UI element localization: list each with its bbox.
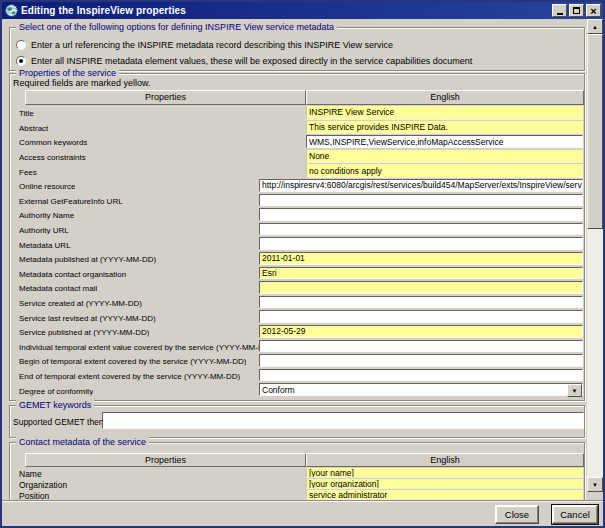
radio-button-icon[interactable] xyxy=(16,56,26,66)
property-label: End of temporal extent covered by the se… xyxy=(19,372,240,381)
property-value-field[interactable]: Esri xyxy=(259,267,583,280)
property-label: Individual temporal extent value covered… xyxy=(19,342,263,351)
column-header-english: English xyxy=(306,90,584,105)
contact-group-title: Contact metadata of the service xyxy=(16,437,149,448)
row-fees: Fees no conditions apply ▼ xyxy=(11,164,583,179)
vertical-scrollbar[interactable]: ▲ ▼ xyxy=(587,19,603,492)
maximize-icon[interactable] xyxy=(569,4,584,17)
gemet-row: Supported GEMET themes xyxy=(10,406,584,437)
column-header-english: English xyxy=(306,453,584,467)
row-degree-of-conformity: Degree of conformity Conform ▼ xyxy=(11,383,583,398)
property-label: Degree of conformity xyxy=(19,386,93,395)
contact-group: Contact metadata of the service Properti… xyxy=(9,442,585,500)
editing-inspireview-properties-dialog: Editing the InspireView properties × Sel… xyxy=(0,0,605,528)
column-header-properties: Properties xyxy=(25,90,306,105)
radio-option-enter-all-values[interactable]: Enter all INSPIRE metadata element value… xyxy=(16,54,580,68)
row-metadata-url: Metadata URL ▼ xyxy=(11,237,583,252)
row-abstract: Abstract This service provides INSPIRE D… xyxy=(11,121,583,136)
property-label: Title xyxy=(19,109,34,118)
scroll-down-icon[interactable]: ▼ xyxy=(587,477,603,492)
radio-option-label: Enter a url referencing the INSPIRE meta… xyxy=(31,40,393,50)
scroll-up-icon[interactable]: ▲ xyxy=(587,19,603,34)
row-common-keywords: Common keywords WMS,INSPIRE,ViewService,… xyxy=(11,135,583,150)
required-fields-note: Required fields are marked yellow. xyxy=(13,78,151,88)
property-value-field[interactable]: None xyxy=(306,150,583,164)
options-group: Select one of the following options for … xyxy=(9,27,585,71)
dialog-body: Select one of the following options for … xyxy=(2,19,603,526)
property-value-field[interactable]: This service provides INSPIRE Data. xyxy=(306,121,583,135)
property-label: Service created at (YYYY-MM-DD) xyxy=(19,299,142,308)
row-service-created-at-yyyy-mm-dd: Service created at (YYYY-MM-DD) ▼ xyxy=(11,296,583,311)
row-online-resource: Online resource http://inspiresrv4:6080/… xyxy=(11,179,583,194)
property-value-field[interactable] xyxy=(259,194,583,207)
property-label: Authority Name xyxy=(19,211,74,220)
property-value-field[interactable]: no conditions apply xyxy=(306,164,583,178)
radio-option-metadata-url[interactable]: Enter a url referencing the INSPIRE meta… xyxy=(16,38,580,52)
scrollbar-thumb[interactable] xyxy=(587,34,603,229)
property-label: Authority URL xyxy=(19,226,69,235)
footer-bar: Close Cancel xyxy=(2,500,603,526)
cancel-button[interactable]: Cancel xyxy=(552,505,598,524)
row-organization: Organization [your organization] ▼ xyxy=(11,479,583,490)
dropdown-arrow-icon[interactable]: ▼ xyxy=(567,384,582,397)
property-value-field[interactable]: http://inspiresrv4:6080/arcgis/rest/serv… xyxy=(259,179,583,192)
gemet-themes-label: Supported GEMET themes xyxy=(13,417,115,427)
row-external-getfeatureinfo-url: External GetFeatureInfo URL ▼ xyxy=(11,194,583,209)
properties-group: Properties of the service Required field… xyxy=(9,73,585,401)
property-label: Common keywords xyxy=(19,138,87,147)
row-name: Name [your name] ▼ xyxy=(11,468,583,479)
property-label: Name xyxy=(19,469,42,479)
close-button[interactable]: Close xyxy=(495,505,539,524)
title-bar[interactable]: Editing the InspireView properties × xyxy=(2,2,603,19)
property-value-field[interactable]: INSPIRE View Service xyxy=(306,106,583,120)
column-header-properties: Properties xyxy=(25,453,306,467)
property-label: Fees xyxy=(19,167,37,176)
property-value-field[interactable] xyxy=(259,340,583,353)
contact-table-header: Properties English xyxy=(25,453,584,467)
window-controls: × xyxy=(552,4,601,17)
property-value-field[interactable] xyxy=(259,237,583,250)
contact-rows: Name [your name] ▼ Organization [your or… xyxy=(11,468,583,500)
radio-button-icon[interactable] xyxy=(16,40,26,50)
row-service-last-revised-at-yyyy-mm-dd: Service last revised at (YYYY-MM-DD) ▼ xyxy=(11,310,583,325)
property-label: Metadata URL xyxy=(19,240,71,249)
window-title: Editing the InspireView properties xyxy=(21,5,186,16)
property-label: Organization xyxy=(19,480,67,490)
property-value-field[interactable] xyxy=(259,281,583,294)
row-authority-url: Authority URL ▼ xyxy=(11,223,583,238)
row-position: Position service administrator ▼ xyxy=(11,490,583,500)
property-value-field[interactable] xyxy=(259,354,583,367)
scroll-content: Select one of the following options for … xyxy=(4,21,587,500)
globe-icon xyxy=(5,4,18,17)
properties-table-header: Properties English xyxy=(25,90,584,105)
property-label: Service last revised at (YYYY-MM-DD) xyxy=(19,313,156,322)
row-end-of-temporal-extent-covered-by-the-service-yyyy-mm-dd: End of temporal extent covered by the se… xyxy=(11,369,583,384)
row-metadata-contact-mail: Metadata contact mail ▼ xyxy=(11,281,583,296)
property-value-field[interactable] xyxy=(259,369,583,382)
minimize-icon[interactable] xyxy=(552,4,567,17)
property-value-field[interactable] xyxy=(259,296,583,309)
row-service-published-at-yyyy-mm-dd: Service published at (YYYY-MM-DD) 2012-0… xyxy=(11,325,583,340)
close-icon[interactable]: × xyxy=(586,4,601,17)
property-value-field[interactable]: [your name] xyxy=(306,468,583,478)
row-metadata-contact-organisation: Metadata contact organisation Esri ▼ xyxy=(11,267,583,282)
property-value-field[interactable]: 2012-05-29 xyxy=(259,325,583,338)
row-individual-temporal-extent-value-covered-by-the-service-yyyy-mm-dd: Individual temporal extent value covered… xyxy=(11,340,583,355)
property-value-field[interactable]: Conform xyxy=(259,383,583,396)
property-value-field[interactable] xyxy=(259,310,583,323)
property-value-field[interactable]: service administrator xyxy=(306,490,583,500)
property-value-field[interactable]: WMS,INSPIRE,ViewService,infoMapAccessSer… xyxy=(306,135,583,148)
property-value-field[interactable] xyxy=(259,208,583,221)
gemet-themes-input[interactable] xyxy=(102,412,584,429)
property-label: Begin of temporal extent covered by the … xyxy=(19,357,246,366)
gemet-group: GEMET keywords Supported GEMET themes xyxy=(9,405,585,438)
property-value-field[interactable]: [your organization] xyxy=(306,479,583,489)
property-label: Position xyxy=(19,491,49,501)
row-access-constraints: Access constraints None ▼ xyxy=(11,150,583,165)
row-title: Title INSPIRE View Service ▼ xyxy=(11,106,583,121)
property-label: Online resource xyxy=(19,182,75,191)
property-value-field[interactable] xyxy=(259,223,583,236)
property-label: Access constraints xyxy=(19,153,86,162)
property-label: External GetFeatureInfo URL xyxy=(19,196,123,205)
property-value-field[interactable]: 2011-01-01 xyxy=(259,252,583,265)
